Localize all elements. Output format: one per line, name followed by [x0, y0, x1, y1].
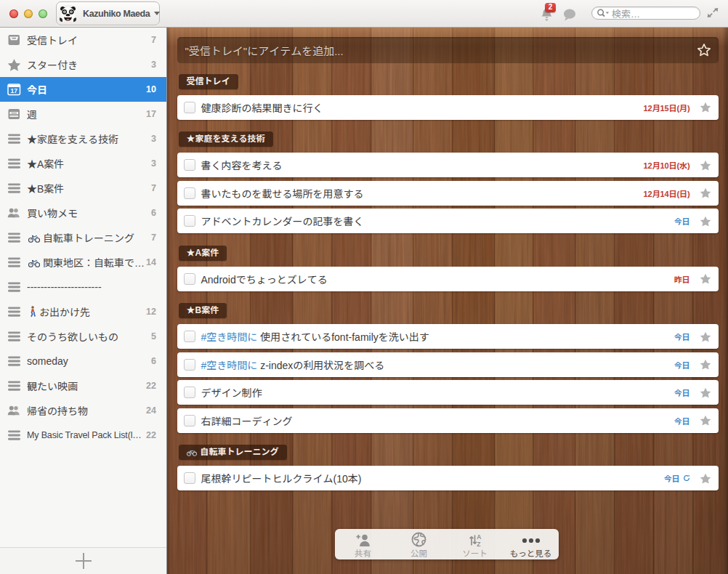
svg-text:Z: Z: [477, 541, 480, 547]
svg-text:A: A: [477, 533, 481, 541]
svg-text:17: 17: [10, 87, 17, 94]
